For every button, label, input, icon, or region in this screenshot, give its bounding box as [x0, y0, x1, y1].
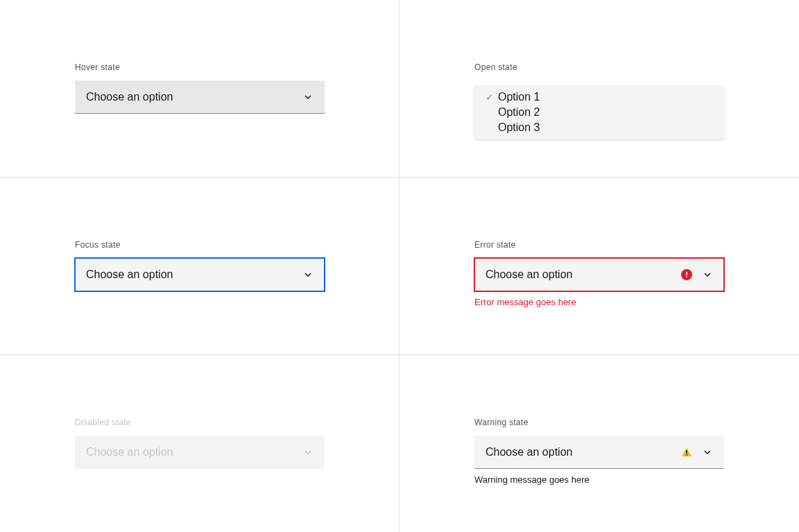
check-icon: ✓: [486, 92, 498, 103]
dropdown-hover-text: Choose an option: [86, 91, 173, 103]
warning-message: Warning message goes here: [474, 474, 590, 485]
dropdown-error[interactable]: Choose an option !: [474, 258, 724, 291]
dropdown-warning[interactable]: Choose an option: [474, 436, 724, 469]
error-message: Error message goes here: [474, 297, 576, 307]
menu-option-3-label: Option 3: [498, 121, 540, 134]
focus-state-label: Focus state: [75, 240, 121, 250]
chevron-down-icon: [702, 269, 713, 280]
cell-open-state: Open state ✓ Option 1 Option 2 Option 3: [400, 0, 799, 178]
dropdown-open-menu: ✓ Option 1 Option 2 Option 3: [474, 85, 724, 139]
cell-focus-state: Focus state Choose an option: [0, 178, 400, 355]
menu-option-3[interactable]: Option 3: [474, 120, 724, 135]
menu-option-1-label: Option 1: [498, 91, 540, 103]
dropdown-focus-text: Choose an option: [86, 268, 173, 281]
chevron-down-icon: [302, 92, 313, 103]
open-state-label: Open state: [474, 62, 517, 72]
menu-option-1[interactable]: ✓ Option 1: [474, 89, 724, 105]
cell-hover-state: Hover state Choose an option: [0, 0, 400, 178]
error-icon: !: [681, 269, 692, 280]
chevron-down-icon: [302, 447, 313, 458]
dropdown-hover[interactable]: Choose an option: [75, 80, 325, 114]
dropdown-disabled-text: Choose an option: [86, 446, 173, 458]
cell-disabled-state: Disabled state Choose an option: [0, 355, 400, 532]
chevron-down-icon: [302, 269, 313, 280]
menu-option-2-label: Option 2: [498, 106, 540, 119]
dropdown-error-text: Choose an option: [486, 268, 572, 281]
chevron-down-icon: [702, 447, 713, 458]
warning-icon: [681, 447, 692, 458]
warning-state-label: Warning state: [474, 418, 529, 427]
dropdown-disabled: Choose an option: [75, 436, 325, 469]
dropdown-warning-text: Choose an option: [486, 446, 572, 458]
hover-state-label: Hover state: [75, 62, 120, 72]
cell-error-state: Error state Choose an option ! Error mes…: [400, 178, 799, 355]
svg-rect-1: [686, 454, 687, 456]
disabled-state-label: Disabled state: [75, 418, 131, 427]
dropdown-focus[interactable]: Choose an option: [75, 258, 325, 291]
error-state-label: Error state: [474, 240, 516, 250]
cell-warning-state: Warning state Choose an option Warning m…: [400, 355, 799, 532]
svg-rect-0: [686, 450, 687, 454]
menu-option-2[interactable]: Option 2: [474, 105, 724, 120]
